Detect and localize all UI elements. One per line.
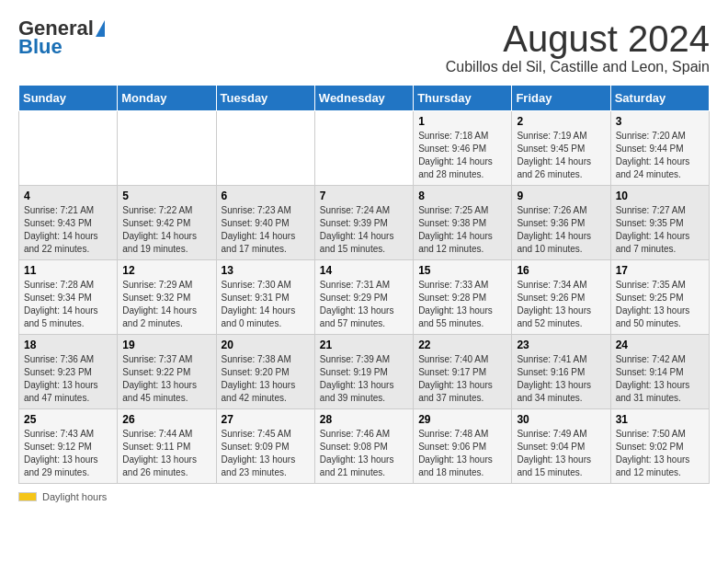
day-info: Sunrise: 7:19 AMSunset: 9:45 PMDaylight:… — [517, 130, 605, 181]
logo-text-blue: Blue — [18, 35, 63, 59]
day-number: 11 — [24, 264, 112, 277]
day-number: 16 — [517, 264, 605, 277]
day-number: 31 — [616, 413, 704, 426]
table-row: 5Sunrise: 7:22 AMSunset: 9:42 PMDaylight… — [118, 186, 216, 260]
table-row: 20Sunrise: 7:38 AMSunset: 9:20 PMDayligh… — [216, 335, 314, 409]
calendar-week-3: 11Sunrise: 7:28 AMSunset: 9:34 PMDayligh… — [19, 260, 710, 335]
table-row — [118, 111, 216, 186]
day-info: Sunrise: 7:39 AMSunset: 9:19 PMDaylight:… — [320, 353, 408, 405]
day-info: Sunrise: 7:50 AMSunset: 9:02 PMDaylight:… — [616, 428, 704, 479]
subtitle: Cubillos del Sil, Castille and Leon, Spa… — [446, 59, 710, 75]
day-number: 15 — [418, 264, 506, 277]
day-info: Sunrise: 7:24 AMSunset: 9:39 PMDaylight:… — [320, 204, 408, 256]
day-number: 18 — [24, 339, 112, 351]
logo-triangle-icon — [96, 20, 105, 37]
table-row: 9Sunrise: 7:26 AMSunset: 9:36 PMDaylight… — [512, 186, 610, 260]
table-row: 1Sunrise: 7:18 AMSunset: 9:46 PMDaylight… — [414, 111, 512, 186]
table-row: 11Sunrise: 7:28 AMSunset: 9:34 PMDayligh… — [19, 260, 118, 335]
col-tuesday: Tuesday — [216, 86, 314, 111]
table-row: 16Sunrise: 7:34 AMSunset: 9:26 PMDayligh… — [512, 260, 610, 335]
day-info: Sunrise: 7:20 AMSunset: 9:44 PMDaylight:… — [616, 130, 704, 181]
table-row: 17Sunrise: 7:35 AMSunset: 9:25 PMDayligh… — [610, 260, 709, 335]
table-row: 3Sunrise: 7:20 AMSunset: 9:44 PMDaylight… — [610, 111, 709, 186]
day-info: Sunrise: 7:33 AMSunset: 9:28 PMDaylight:… — [418, 279, 506, 330]
day-info: Sunrise: 7:37 AMSunset: 9:22 PMDaylight:… — [122, 353, 210, 405]
table-row: 10Sunrise: 7:27 AMSunset: 9:35 PMDayligh… — [610, 186, 709, 260]
day-number: 5 — [122, 190, 210, 202]
day-info: Sunrise: 7:46 AMSunset: 9:08 PMDaylight:… — [320, 428, 408, 479]
col-thursday: Thursday — [414, 86, 512, 111]
calendar-week-2: 4Sunrise: 7:21 AMSunset: 9:43 PMDaylight… — [19, 186, 710, 260]
table-row: 27Sunrise: 7:45 AMSunset: 9:09 PMDayligh… — [216, 409, 314, 484]
calendar-week-1: 1Sunrise: 7:18 AMSunset: 9:46 PMDaylight… — [19, 111, 710, 186]
day-number: 30 — [517, 413, 605, 426]
day-info: Sunrise: 7:49 AMSunset: 9:04 PMDaylight:… — [517, 428, 605, 479]
col-friday: Friday — [512, 86, 610, 111]
calendar-week-4: 18Sunrise: 7:36 AMSunset: 9:23 PMDayligh… — [19, 335, 710, 409]
table-row: 12Sunrise: 7:29 AMSunset: 9:32 PMDayligh… — [118, 260, 216, 335]
daylight-label: Daylight hours — [42, 491, 107, 502]
day-info: Sunrise: 7:35 AMSunset: 9:25 PMDaylight:… — [616, 279, 704, 330]
day-info: Sunrise: 7:29 AMSunset: 9:32 PMDaylight:… — [122, 279, 210, 330]
day-info: Sunrise: 7:41 AMSunset: 9:16 PMDaylight:… — [517, 353, 605, 405]
day-info: Sunrise: 7:42 AMSunset: 9:14 PMDaylight:… — [616, 353, 704, 405]
table-row: 7Sunrise: 7:24 AMSunset: 9:39 PMDaylight… — [314, 186, 413, 260]
day-number: 19 — [122, 339, 210, 351]
table-row: 4Sunrise: 7:21 AMSunset: 9:43 PMDaylight… — [19, 186, 118, 260]
day-number: 24 — [616, 339, 704, 351]
day-info: Sunrise: 7:45 AMSunset: 9:09 PMDaylight:… — [222, 428, 310, 479]
day-number: 9 — [517, 190, 605, 202]
day-number: 13 — [222, 264, 310, 277]
day-number: 10 — [616, 190, 704, 202]
day-info: Sunrise: 7:34 AMSunset: 9:26 PMDaylight:… — [517, 279, 605, 330]
day-info: Sunrise: 7:27 AMSunset: 9:35 PMDaylight:… — [616, 204, 704, 256]
title-section: August 2024 Cubillos del Sil, Castille a… — [446, 18, 710, 75]
day-number: 12 — [122, 264, 210, 277]
table-row: 19Sunrise: 7:37 AMSunset: 9:22 PMDayligh… — [118, 335, 216, 409]
table-row: 8Sunrise: 7:25 AMSunset: 9:38 PMDaylight… — [414, 186, 512, 260]
day-number: 20 — [222, 339, 310, 351]
day-number: 6 — [222, 190, 310, 202]
calendar-table: Sunday Monday Tuesday Wednesday Thursday… — [18, 85, 710, 484]
logo: General Blue — [18, 18, 105, 59]
day-info: Sunrise: 7:18 AMSunset: 9:46 PMDaylight:… — [418, 130, 506, 181]
day-info: Sunrise: 7:22 AMSunset: 9:42 PMDaylight:… — [122, 204, 210, 256]
day-number: 8 — [418, 190, 506, 202]
day-info: Sunrise: 7:21 AMSunset: 9:43 PMDaylight:… — [24, 204, 112, 256]
day-info: Sunrise: 7:40 AMSunset: 9:17 PMDaylight:… — [418, 353, 506, 405]
day-number: 14 — [320, 264, 408, 277]
day-info: Sunrise: 7:48 AMSunset: 9:06 PMDaylight:… — [418, 428, 506, 479]
day-info: Sunrise: 7:23 AMSunset: 9:40 PMDaylight:… — [222, 204, 310, 256]
table-row: 30Sunrise: 7:49 AMSunset: 9:04 PMDayligh… — [512, 409, 610, 484]
day-info: Sunrise: 7:44 AMSunset: 9:11 PMDaylight:… — [122, 428, 210, 479]
col-monday: Monday — [118, 86, 216, 111]
main-title: August 2024 — [446, 18, 710, 59]
footer-note: Daylight hours — [18, 491, 710, 502]
calendar-header-row: Sunday Monday Tuesday Wednesday Thursday… — [19, 86, 710, 111]
day-info: Sunrise: 7:43 AMSunset: 9:12 PMDaylight:… — [24, 428, 112, 479]
table-row: 15Sunrise: 7:33 AMSunset: 9:28 PMDayligh… — [414, 260, 512, 335]
page-header: General Blue August 2024 Cubillos del Si… — [18, 18, 710, 75]
day-info: Sunrise: 7:36 AMSunset: 9:23 PMDaylight:… — [24, 353, 112, 405]
table-row — [19, 111, 118, 186]
day-number: 3 — [616, 115, 704, 128]
day-number: 21 — [320, 339, 408, 351]
table-row: 26Sunrise: 7:44 AMSunset: 9:11 PMDayligh… — [118, 409, 216, 484]
day-info: Sunrise: 7:26 AMSunset: 9:36 PMDaylight:… — [517, 204, 605, 256]
table-row — [314, 111, 413, 186]
day-number: 4 — [24, 190, 112, 202]
day-number: 27 — [222, 413, 310, 426]
day-info: Sunrise: 7:30 AMSunset: 9:31 PMDaylight:… — [222, 279, 310, 330]
col-wednesday: Wednesday — [314, 86, 413, 111]
table-row: 28Sunrise: 7:46 AMSunset: 9:08 PMDayligh… — [314, 409, 413, 484]
day-number: 1 — [418, 115, 506, 128]
day-number: 7 — [320, 190, 408, 202]
col-sunday: Sunday — [19, 86, 118, 111]
day-info: Sunrise: 7:25 AMSunset: 9:38 PMDaylight:… — [418, 204, 506, 256]
table-row: 31Sunrise: 7:50 AMSunset: 9:02 PMDayligh… — [610, 409, 709, 484]
table-row: 21Sunrise: 7:39 AMSunset: 9:19 PMDayligh… — [314, 335, 413, 409]
table-row: 25Sunrise: 7:43 AMSunset: 9:12 PMDayligh… — [19, 409, 118, 484]
table-row: 14Sunrise: 7:31 AMSunset: 9:29 PMDayligh… — [314, 260, 413, 335]
day-number: 17 — [616, 264, 704, 277]
table-row: 2Sunrise: 7:19 AMSunset: 9:45 PMDaylight… — [512, 111, 610, 186]
